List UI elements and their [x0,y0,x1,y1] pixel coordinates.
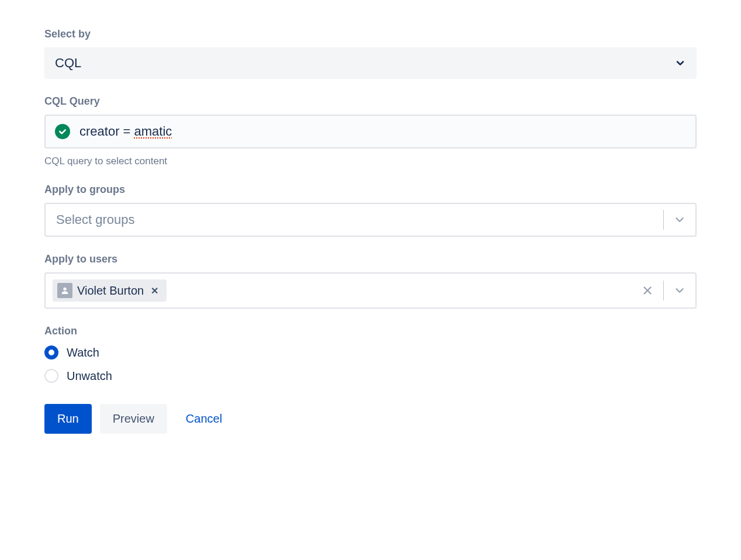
cancel-button[interactable]: Cancel [175,404,233,434]
users-select[interactable]: Violet Burton ✕ [44,272,697,309]
users-controls [639,281,688,300]
preview-button[interactable]: Preview [100,404,167,434]
select-by-dropdown[interactable]: CQL [44,47,697,79]
action-radio-group: Watch Unwatch [44,345,697,383]
button-row: Run Preview Cancel [44,404,697,434]
user-chip: Violet Burton ✕ [53,279,167,302]
cql-query-group: CQL Query creator = amatic CQL query to … [44,95,697,167]
groups-select[interactable]: Select groups [44,203,697,237]
radio-unchecked-icon [44,369,58,383]
action-group: Action Watch Unwatch [44,325,697,383]
separator [663,210,664,230]
separator [663,281,664,300]
svg-point-0 [63,288,66,291]
select-by-group: Select by CQL [44,28,697,79]
apply-to-users-label: Apply to users [44,253,697,265]
clear-icon[interactable] [639,282,656,299]
cql-value-underlined: amatic [134,124,172,139]
users-chips-area: Violet Burton ✕ [53,279,639,302]
user-chip-remove-icon[interactable]: ✕ [148,285,161,296]
chevron-down-icon [674,57,686,69]
user-avatar-icon [57,283,72,298]
cql-helper-text: CQL query to select content [44,155,697,167]
run-button[interactable]: Run [44,404,92,434]
radio-checked-icon [44,345,58,359]
radio-unwatch[interactable]: Unwatch [44,369,697,383]
groups-controls [656,210,688,230]
apply-to-users-group: Apply to users Violet Burton ✕ [44,253,697,309]
select-by-value: CQL [55,56,81,71]
chevron-down-icon[interactable] [671,282,688,299]
cql-query-label: CQL Query [44,95,697,108]
select-by-label: Select by [44,28,697,40]
action-label: Action [44,325,697,337]
cql-prefix: creator = [79,124,134,139]
cql-query-text: creator = amatic [79,124,172,139]
radio-watch-label: Watch [67,346,99,359]
apply-to-groups-label: Apply to groups [44,184,697,196]
user-chip-label: Violet Burton [77,284,144,298]
apply-to-groups-group: Apply to groups Select groups [44,184,697,237]
groups-placeholder: Select groups [53,212,656,227]
cql-query-input[interactable]: creator = amatic [44,115,697,148]
radio-watch[interactable]: Watch [44,345,697,359]
radio-unwatch-label: Unwatch [67,369,112,383]
check-circle-icon [55,124,70,139]
chevron-down-icon[interactable] [671,211,688,229]
